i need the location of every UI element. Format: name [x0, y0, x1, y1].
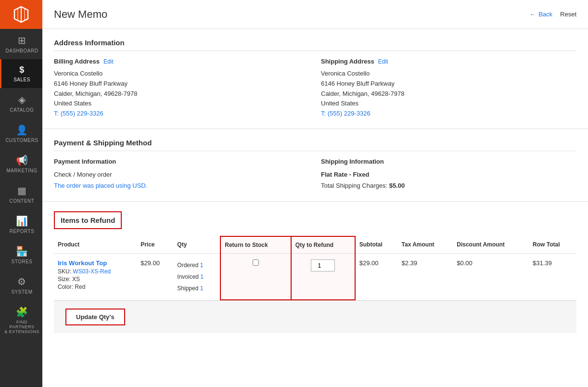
items-section-title: Items to Refund — [54, 211, 122, 229]
shipping-address-block: Shipping Address Edit Veronica Costello … — [321, 58, 576, 119]
page-header: New Memo ← Back Reset — [42, 0, 588, 29]
dashboard-icon: ⊞ — [18, 35, 26, 46]
product-size: Size: XS — [58, 276, 133, 283]
col-header-discount-amount: Discount Amount — [453, 236, 529, 254]
product-color: Color: Red — [58, 284, 133, 290]
product-sku-link[interactable]: WS03-XS-Red — [73, 268, 111, 275]
address-section-title: Address Information — [54, 39, 576, 51]
sidebar-item-system[interactable]: ⚙ System — [0, 270, 42, 300]
product-name-link[interactable]: Iris Workout Top — [58, 259, 107, 267]
product-qty: Ordered 1 Invoiced 1 Shipped 1 — [173, 253, 220, 300]
sidebar-item-stores[interactable]: 🏪 Stores — [0, 240, 42, 270]
col-header-row-total: Row Total — [529, 236, 576, 254]
update-qtys-button[interactable]: Update Qty's — [65, 309, 125, 325]
payment-method: Check / Money order — [54, 169, 309, 180]
col-header-product: Product — [54, 236, 137, 254]
billing-city-state: Calder, Michigan, 49628-7978 — [54, 89, 309, 99]
sidebar-item-content[interactable]: ▦ Content — [0, 179, 42, 209]
product-tax: $2.39 — [398, 253, 453, 300]
shipping-method: Flat Rate - Fixed — [321, 169, 576, 180]
sidebar-item-dashboard[interactable]: ⊞ Dashboard — [0, 29, 42, 59]
sales-icon: $ — [19, 65, 25, 75]
billing-country: United States — [54, 99, 309, 109]
shipping-street: 6146 Honey Bluff Parkway — [321, 79, 576, 89]
customers-icon: 👤 — [16, 124, 28, 136]
table-row: Iris Workout Top SKU: WS03-XS-Red Size: … — [54, 253, 576, 300]
qty-invoiced-link[interactable]: 1 — [200, 273, 204, 280]
sidebar: ⊞ Dashboard $ Sales ◈ Catalog 👤 Customer… — [0, 0, 42, 387]
main-content: New Memo ← Back Reset Address Informatio… — [42, 0, 588, 387]
payment-info-heading: Payment Information — [54, 158, 309, 165]
items-table: Product Price Qty Return to Stock Qty to… — [54, 236, 576, 301]
reset-button[interactable]: Reset — [560, 11, 576, 18]
marketing-icon: 📢 — [16, 155, 28, 166]
catalog-icon: ◈ — [18, 94, 26, 105]
sidebar-logo — [0, 0, 42, 29]
product-sku: SKU: WS03-XS-Red — [58, 268, 133, 275]
sidebar-item-marketing[interactable]: 📢 Marketing — [0, 149, 42, 179]
col-header-tax-amount: Tax Amount — [398, 236, 453, 254]
back-arrow-icon: ← — [529, 11, 536, 18]
product-name: Iris Workout Top — [58, 259, 133, 267]
address-section: Address Information Billing Address Edit… — [42, 29, 588, 129]
col-header-price: Price — [137, 236, 173, 254]
payment-grid: Payment Information Check / Money order … — [54, 158, 576, 192]
content-icon: ▦ — [17, 185, 27, 196]
product-price: $29.00 — [137, 253, 173, 300]
return-to-stock-cell — [220, 253, 291, 300]
shipping-address-heading: Shipping Address Edit — [321, 58, 576, 65]
shipping-info-block: Shipping Information Flat Rate - Fixed T… — [321, 158, 576, 192]
qty-shipped-link[interactable]: 1 — [200, 285, 204, 292]
billing-address-heading: Billing Address Edit — [54, 58, 309, 65]
stores-icon: 🏪 — [16, 245, 28, 257]
payment-section: Payment & Shipping Method Payment Inform… — [42, 129, 588, 202]
back-button[interactable]: ← Back — [529, 11, 552, 18]
items-to-refund-section: Items to Refund Product Price Qty Return… — [42, 202, 588, 343]
shipping-info-heading: Shipping Information — [321, 158, 576, 165]
shipping-charges: Total Shipping Charges: $5.00 — [321, 180, 576, 191]
shipping-name: Veronica Costello — [321, 69, 576, 79]
billing-address-block: Billing Address Edit Veronica Costello 6… — [54, 58, 309, 119]
qty-to-refund-cell — [291, 253, 355, 300]
update-btn-row: Update Qty's — [54, 300, 576, 333]
product-cell: Iris Workout Top SKU: WS03-XS-Red Size: … — [54, 253, 137, 300]
system-icon: ⚙ — [17, 276, 26, 287]
sidebar-item-reports[interactable]: 📊 Reports — [0, 209, 42, 240]
product-subtotal: $29.00 — [355, 253, 398, 300]
address-grid: Billing Address Edit Veronica Costello 6… — [54, 58, 576, 119]
payment-section-title: Payment & Shipping Method — [54, 139, 576, 151]
sidebar-item-catalog[interactable]: ◈ Catalog — [0, 88, 42, 118]
payment-note: The order was placed using USD. — [54, 180, 309, 191]
qty-ordered-link[interactable]: 1 — [200, 262, 204, 269]
qty-to-refund-input[interactable] — [311, 259, 335, 271]
product-discount: $0.00 — [453, 253, 529, 300]
shipping-phone-link[interactable]: T: (555) 229-3326 — [321, 110, 371, 117]
return-to-stock-checkbox[interactable] — [253, 259, 259, 266]
extensions-icon: 🧩 — [16, 306, 28, 318]
billing-phone-link[interactable]: T: (555) 229-3326 — [54, 110, 103, 117]
reports-icon: 📊 — [16, 215, 28, 227]
sidebar-item-customers[interactable]: 👤 Customers — [0, 118, 42, 149]
sidebar-item-extensions[interactable]: 🧩 Find Partners& Extensions — [0, 300, 42, 340]
shipping-phone: T: (555) 229-3326 — [321, 109, 576, 119]
col-header-return-to-stock: Return to Stock — [220, 236, 291, 254]
product-row-total: $31.39 — [529, 253, 576, 300]
sidebar-item-sales[interactable]: $ Sales — [0, 59, 42, 88]
col-header-qty-to-refund: Qty to Refund — [291, 236, 355, 254]
col-header-subtotal: Subtotal — [355, 236, 398, 254]
billing-phone: T: (555) 229-3326 — [54, 109, 309, 119]
shipping-edit-link[interactable]: Edit — [378, 58, 388, 65]
billing-street: 6146 Honey Bluff Parkway — [54, 79, 309, 89]
payment-info-block: Payment Information Check / Money order … — [54, 158, 309, 192]
page-title: New Memo — [54, 8, 107, 21]
col-header-qty: Qty — [173, 236, 220, 254]
page-content: Address Information Billing Address Edit… — [42, 29, 588, 387]
billing-edit-link[interactable]: Edit — [103, 58, 114, 65]
shipping-city-state: Calder, Michigan, 49628-7978 — [321, 89, 576, 99]
shipping-country: United States — [321, 99, 576, 109]
billing-name: Veronica Costello — [54, 69, 309, 79]
header-actions: ← Back Reset — [529, 11, 576, 18]
